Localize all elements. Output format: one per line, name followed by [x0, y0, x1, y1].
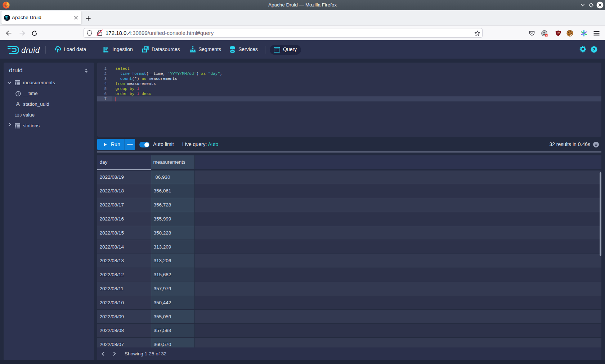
svg-text:UO: UO	[557, 32, 560, 34]
svg-text:?: ?	[593, 47, 596, 52]
